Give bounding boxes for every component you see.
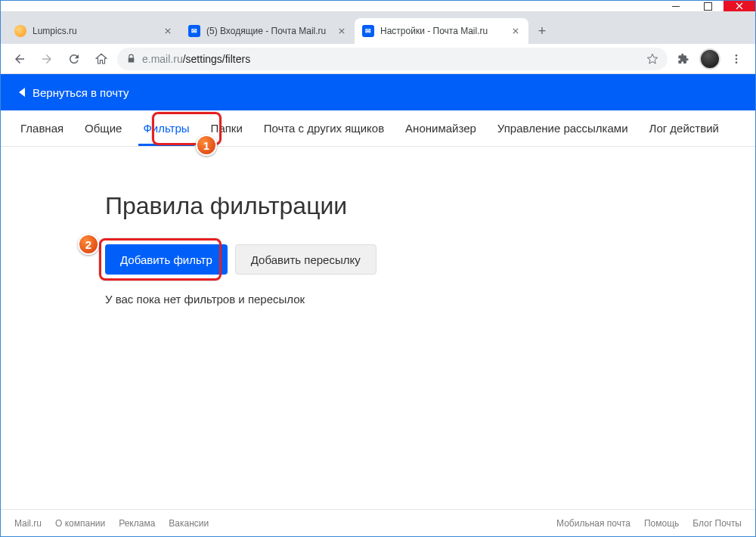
navtab-anonymizer[interactable]: Анонимайзер	[395, 110, 487, 146]
svg-point-2	[736, 61, 738, 64]
browser-tabstrip: Lumpics.ru ✉ (5) Входящие - Почта Mail.r…	[1, 12, 755, 44]
footer-link-mobile[interactable]: Мобильная почта	[556, 518, 631, 529]
settings-nav: Главная Общие Фильтры Папки Почта с друг…	[1, 110, 755, 147]
favicon-mailru-icon: ✉	[188, 25, 200, 37]
navtab-other-mailboxes[interactable]: Почта с других ящиков	[253, 110, 395, 146]
back-button[interactable]	[8, 48, 31, 70]
tab-close-icon[interactable]	[163, 26, 173, 36]
browser-tab[interactable]: Lumpics.ru	[7, 18, 181, 44]
return-label: Вернуться в почту	[33, 86, 129, 99]
annotation-badge-2: 2	[78, 234, 99, 255]
return-to-mail-link[interactable]: Вернуться в почту	[1, 74, 755, 110]
home-button[interactable]	[90, 48, 113, 70]
tab-title: Настройки - Почта Mail.ru	[380, 26, 504, 36]
footer-link-mailru[interactable]: Mail.ru	[14, 518, 42, 529]
browser-tab[interactable]: ✉ (5) Входящие - Почта Mail.ru	[181, 18, 355, 44]
address-bar[interactable]: e.mail.ru/settings/filters	[117, 48, 668, 70]
footer-link-blog[interactable]: Блог Почты	[692, 518, 742, 529]
main-content: Правила фильтрации Добавить фильтр Добав…	[1, 147, 755, 306]
new-tab-button[interactable]: +	[531, 20, 553, 42]
lock-icon	[126, 54, 136, 64]
window-close-button[interactable]	[723, 1, 755, 11]
window-maximize-button[interactable]	[692, 1, 723, 11]
profile-avatar[interactable]	[699, 48, 720, 70]
bookmark-star-icon[interactable]	[646, 53, 658, 65]
page-title: Правила фильтрации	[105, 192, 755, 220]
navtab-filters[interactable]: Фильтры	[132, 110, 200, 146]
menu-button[interactable]	[725, 48, 748, 70]
svg-point-1	[736, 57, 738, 60]
footer: Mail.ru О компании Реклама Вакансии Моби…	[1, 509, 755, 536]
url-host: e.mail.ru/settings/filters	[142, 53, 250, 65]
navtab-log[interactable]: Лог действий	[639, 110, 730, 146]
add-forward-button[interactable]: Добавить пересылку	[235, 244, 376, 275]
add-filter-button[interactable]: Добавить фильтр	[105, 244, 228, 275]
window-minimize-button[interactable]	[660, 1, 692, 11]
tab-close-icon[interactable]	[336, 26, 347, 36]
empty-state-text: У вас пока нет фильтров и пересылок	[105, 293, 755, 306]
footer-link-about[interactable]: О компании	[55, 518, 105, 529]
tab-title: Lumpics.ru	[33, 26, 156, 36]
footer-link-help[interactable]: Помощь	[644, 518, 679, 529]
navtab-subscriptions[interactable]: Управление рассылками	[487, 110, 639, 146]
window-titlebar	[1, 1, 755, 12]
footer-link-ads[interactable]: Реклама	[119, 518, 155, 529]
forward-button[interactable]	[36, 48, 58, 70]
annotation-badge-1: 1	[196, 135, 217, 156]
tab-title: (5) Входящие - Почта Mail.ru	[206, 26, 330, 36]
svg-point-0	[736, 54, 738, 57]
extensions-button[interactable]	[672, 48, 695, 70]
tab-close-icon[interactable]	[510, 26, 521, 36]
browser-toolbar: e.mail.ru/settings/filters	[1, 44, 755, 74]
navtab-home[interactable]: Главная	[10, 110, 74, 146]
navtab-general[interactable]: Общие	[74, 110, 132, 146]
footer-link-jobs[interactable]: Вакансии	[169, 518, 209, 529]
favicon-mailru-icon: ✉	[362, 25, 374, 37]
back-triangle-icon	[19, 88, 25, 97]
favicon-lumpics-icon	[14, 25, 26, 37]
reload-button[interactable]	[63, 48, 85, 70]
browser-tab-active[interactable]: ✉ Настройки - Почта Mail.ru	[355, 18, 528, 44]
